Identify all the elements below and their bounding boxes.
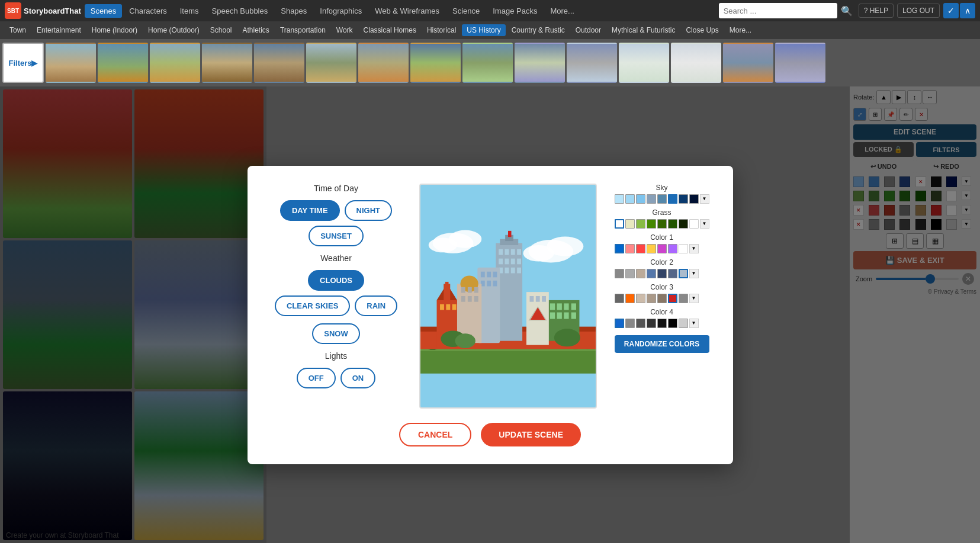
daytime-button[interactable]: DAY TIME <box>280 200 340 221</box>
cat-transportation[interactable]: Transportation <box>275 24 330 36</box>
cat-mythical-futuristic[interactable]: Mythical & Futuristic <box>607 24 680 36</box>
nav-scenes[interactable]: Scenes <box>85 4 122 18</box>
c2-swatch-3[interactable] <box>636 269 645 278</box>
nav-items[interactable]: Items <box>174 4 205 18</box>
update-scene-button[interactable]: UPDATE SCENE <box>481 423 581 446</box>
cat-close-ups[interactable]: Close Ups <box>681 24 723 36</box>
c3-swatch-3[interactable] <box>636 294 645 303</box>
thumb-13[interactable] <box>671 43 721 83</box>
grass-swatch-7[interactable] <box>679 219 688 229</box>
c2-swatch-1[interactable] <box>615 269 624 278</box>
lights-on-button[interactable]: ON <box>340 368 376 388</box>
c2-swatch-5[interactable] <box>657 269 667 278</box>
grass-swatch-8[interactable] <box>689 219 699 229</box>
c4-swatch-2[interactable] <box>625 319 635 328</box>
cat-town[interactable]: Town <box>5 24 31 36</box>
color1-dropdown[interactable]: ▼ <box>689 244 699 253</box>
c1-swatch-2[interactable] <box>625 244 635 253</box>
search-icon[interactable]: 🔍 <box>838 5 855 17</box>
lights-off-button[interactable]: OFF <box>297 368 336 388</box>
c2-swatch-2[interactable] <box>625 269 635 278</box>
nav-characters[interactable]: Characters <box>123 4 173 18</box>
thumb-6[interactable] <box>306 43 356 83</box>
nav-science[interactable]: Science <box>446 4 486 18</box>
sky-swatch-7[interactable] <box>679 194 688 204</box>
c3-swatch-2[interactable] <box>625 294 635 303</box>
c3-swatch-1[interactable] <box>615 294 624 303</box>
cat-home-outdoor[interactable]: Home (Outdoor) <box>143 24 204 36</box>
thumb-3[interactable] <box>150 43 200 83</box>
cat-more[interactable]: More... <box>725 24 756 36</box>
nav-infographics[interactable]: Infographics <box>314 4 368 18</box>
c1-swatch-4[interactable] <box>647 244 656 253</box>
c3-swatch-7[interactable] <box>679 294 688 303</box>
nav-arrow-left[interactable]: ✓ <box>943 3 959 18</box>
cat-work[interactable]: Work <box>332 24 358 36</box>
thumb-14[interactable] <box>723 43 773 83</box>
c4-swatch-3[interactable] <box>636 319 645 328</box>
c2-swatch-4[interactable] <box>647 269 656 278</box>
clear-skies-button[interactable]: CLEAR SKIES <box>275 295 350 316</box>
thumb-1[interactable] <box>46 43 96 83</box>
grass-swatch-3[interactable] <box>636 219 645 229</box>
nav-shapes[interactable]: Shapes <box>275 4 313 18</box>
c1-swatch-5[interactable] <box>657 244 667 253</box>
filters-button[interactable]: Filters▶ <box>2 43 44 83</box>
cat-athletics[interactable]: Athletics <box>238 24 274 36</box>
grass-swatch-5[interactable] <box>657 219 667 229</box>
c4-swatch-1[interactable] <box>615 319 624 328</box>
nav-speech-bubbles[interactable]: Speech Bubbles <box>206 4 274 18</box>
randomize-colors-button[interactable]: RANDOMIZE COLORS <box>615 335 709 353</box>
c3-swatch-4[interactable] <box>647 294 656 303</box>
c4-swatch-5[interactable] <box>657 319 667 328</box>
c1-swatch-3[interactable] <box>636 244 645 253</box>
nav-more[interactable]: More... <box>544 4 580 18</box>
color4-dropdown[interactable]: ▼ <box>689 319 699 328</box>
grass-swatch-6[interactable] <box>668 219 677 229</box>
cat-historical[interactable]: Historical <box>422 24 461 36</box>
sky-swatch-3[interactable] <box>636 194 645 204</box>
grass-swatch-1[interactable] <box>615 219 624 229</box>
cat-us-history[interactable]: US History <box>462 24 505 36</box>
logout-button[interactable]: LOG OUT <box>897 4 940 18</box>
help-button[interactable]: ? HELP <box>859 4 894 18</box>
c1-swatch-6[interactable] <box>668 244 677 253</box>
cancel-button[interactable]: CANCEL <box>399 423 471 446</box>
thumb-2[interactable] <box>98 43 148 83</box>
c3-swatch-5[interactable] <box>657 294 667 303</box>
search-input[interactable] <box>719 3 837 18</box>
c3-swatch-6[interactable] <box>668 294 677 303</box>
c2-swatch-7[interactable] <box>679 269 688 278</box>
sky-swatch-4[interactable] <box>647 194 656 204</box>
sky-swatch-1[interactable] <box>615 194 624 204</box>
thumb-12[interactable] <box>619 43 669 83</box>
c4-swatch-4[interactable] <box>647 319 656 328</box>
c1-swatch-7[interactable] <box>679 244 688 253</box>
thumb-8[interactable] <box>410 43 461 83</box>
c4-swatch-7[interactable] <box>679 319 688 328</box>
thumb-7[interactable] <box>358 43 409 83</box>
night-button[interactable]: NIGHT <box>345 200 392 221</box>
nav-web-wireframes[interactable]: Web & Wireframes <box>369 4 445 18</box>
cat-classical-homes[interactable]: Classical Homes <box>359 24 421 36</box>
cat-country-rustic[interactable]: Country & Rustic <box>507 24 570 36</box>
cat-school[interactable]: School <box>205 24 237 36</box>
snow-button[interactable]: SNOW <box>312 323 359 344</box>
sky-swatch-2[interactable] <box>625 194 635 204</box>
grass-dropdown[interactable]: ▼ <box>700 219 709 229</box>
thumb-11[interactable] <box>567 43 617 83</box>
grass-swatch-4[interactable] <box>647 219 656 229</box>
sunset-button[interactable]: SUNSET <box>309 226 364 246</box>
sky-dropdown[interactable]: ▼ <box>700 194 709 204</box>
app-logo[interactable]: SBT StoryboardThat <box>5 2 81 19</box>
nav-image-packs[interactable]: Image Packs <box>487 4 543 18</box>
color3-dropdown[interactable]: ▼ <box>689 294 699 303</box>
grass-swatch-2[interactable] <box>625 219 635 229</box>
cat-entertainment[interactable]: Entertainment <box>32 24 86 36</box>
thumb-5[interactable] <box>254 43 304 83</box>
rain-button[interactable]: RAIN <box>355 295 397 316</box>
thumb-10[interactable] <box>515 43 565 83</box>
color2-dropdown[interactable]: ▼ <box>689 269 699 278</box>
nav-arrow-right[interactable]: ∧ <box>960 3 975 18</box>
clouds-button[interactable]: CLOUDS <box>308 270 364 291</box>
